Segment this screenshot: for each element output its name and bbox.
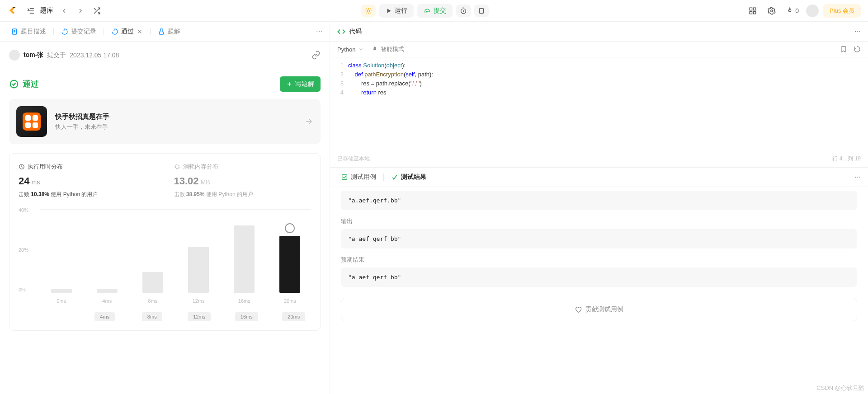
close-icon[interactable] [137, 28, 143, 35]
submit-button[interactable]: 提交 [417, 4, 453, 18]
author-avatar[interactable] [9, 50, 20, 61]
chip-16ms[interactable]: 16ms [235, 312, 258, 321]
tab-solutions[interactable]: 题解 [154, 25, 184, 38]
code-more-button[interactable]: ⋯ [854, 28, 861, 35]
streak-count: 0 [795, 7, 799, 14]
ytick-40: 40% [19, 207, 28, 213]
smart-mode[interactable]: 智能模式 [372, 45, 404, 53]
tab-testresults[interactable]: 测试结果 [387, 170, 430, 184]
test-more-button[interactable]: ⋯ [854, 174, 861, 181]
svg-rect-2 [479, 8, 483, 13]
language-select[interactable]: Python [337, 46, 363, 53]
tab-description[interactable]: 题目描述 [7, 25, 50, 38]
more-button[interactable]: ⋯ [316, 28, 322, 35]
author-name[interactable]: tom-张 [24, 51, 43, 59]
ytick-0: 0% [19, 287, 26, 292]
debug-button[interactable] [361, 5, 376, 17]
run-controls: 运行 提交 [361, 4, 489, 18]
chip-4ms[interactable]: 4ms [94, 312, 115, 321]
list-toggle-icon[interactable] [24, 4, 38, 18]
svg-rect-6 [754, 11, 756, 14]
streak-button[interactable]: 0 [783, 4, 802, 18]
promo-card[interactable]: 快手秋招真题在手 快人一手，未来在手 [9, 99, 321, 144]
leetcode-logo-icon[interactable] [7, 5, 18, 16]
you-marker [285, 223, 295, 233]
left-pane: 题目描述 提交记录 通过 题解 ⋯ tom-张 [0, 22, 330, 394]
code-body: class Solution(object): def pathEncrypti… [348, 57, 433, 152]
input-box[interactable]: "a.aef.qerf.bb" [341, 191, 857, 210]
runtime-stat[interactable]: 执行用时分布 24ms 击败 10.38% 使用 Python 的用户 [19, 163, 156, 198]
right-pane: 代码 ⋯ Python 智能模式 1234 class Solution(obj… [330, 22, 868, 394]
watermark: CSDN @心软且酷 [816, 384, 864, 392]
output-box[interactable]: "a aef qerf bb" [341, 229, 857, 249]
svg-rect-11 [175, 165, 179, 169]
ytick-20: 20% [19, 247, 28, 253]
layout-button[interactable] [745, 4, 760, 18]
bar-20ms[interactable] [279, 236, 300, 293]
contribute-testcase-button[interactable]: 贡献测试用例 [341, 298, 857, 321]
editor-status: 已存储至本地 行 4，列 19 [330, 152, 868, 167]
code-toolbar: Python 智能模式 [330, 42, 868, 57]
prev-problem-button[interactable] [57, 4, 71, 18]
chart-chips: 4ms8ms12ms16ms20ms [19, 307, 311, 321]
reset-button[interactable] [854, 46, 861, 53]
output-label: 输出 [341, 217, 857, 225]
submission-meta: tom-张 提交于 2023.12.05 17:08 [9, 42, 321, 69]
test-body: "a.aef.qerf.bb" 输出 "a aef qerf bb" 预期结果 … [330, 187, 868, 394]
settings-button[interactable] [764, 4, 779, 18]
line-gutter: 1234 [330, 57, 348, 152]
tab-accepted[interactable]: 通过 [108, 25, 146, 38]
svg-rect-3 [750, 8, 752, 10]
bar-12ms[interactable] [188, 247, 209, 293]
svg-rect-12 [342, 175, 347, 180]
run-button[interactable]: 运行 [379, 4, 414, 18]
run-label: 运行 [395, 7, 407, 15]
bar-8ms[interactable] [142, 272, 163, 293]
stats-card: 执行用时分布 24ms 击败 10.38% 使用 Python 的用户 消耗内存… [9, 153, 321, 331]
timer-button[interactable] [456, 5, 471, 17]
main: 题目描述 提交记录 通过 题解 ⋯ tom-张 [0, 22, 868, 394]
svg-point-7 [771, 9, 773, 12]
chip-20ms[interactable]: 20ms [282, 312, 305, 321]
topbar: 题库 运行 提交 0 Plus 会员 [0, 0, 868, 22]
tab-submissions[interactable]: 提交记录 [57, 25, 100, 38]
submitted-at-prefix: 提交于 [47, 51, 66, 59]
memory-stat[interactable]: 消耗内存分布 13.02MB 击败 38.95% 使用 Python 的用户 [174, 163, 311, 198]
bar-16ms[interactable] [234, 225, 255, 293]
runtime-chart: 40% 20% 0% 0ms4ms8ms12ms16ms20ms [19, 207, 311, 307]
code-title: 代码 [349, 28, 362, 36]
submit-label: 提交 [434, 7, 446, 15]
library-link[interactable]: 题库 [40, 6, 53, 15]
tab-testcases[interactable]: 测试用例 [337, 170, 380, 184]
chip-12ms[interactable]: 12ms [188, 312, 211, 321]
svg-rect-5 [750, 11, 752, 14]
left-tabs: 题目描述 提交记录 通过 题解 ⋯ [0, 22, 330, 42]
bar-4ms[interactable] [97, 289, 118, 293]
plus-chip[interactable]: Plus 会员 [823, 4, 861, 18]
chip-8ms[interactable]: 8ms [142, 312, 162, 321]
avatar[interactable] [806, 5, 819, 17]
promo-subtitle: 快人一手，未来在手 [55, 123, 109, 131]
topbar-right: 0 Plus 会员 [745, 4, 861, 18]
code-header: 代码 ⋯ [330, 22, 868, 42]
promo-title: 快手秋招真题在手 [55, 113, 109, 121]
svg-point-0 [367, 9, 369, 12]
notes-button[interactable] [474, 5, 489, 17]
promo-image [16, 106, 47, 137]
permalink-icon[interactable] [311, 51, 321, 60]
svg-rect-4 [754, 8, 756, 10]
submitted-at: 2023.12.05 17:08 [70, 52, 119, 59]
shuffle-button[interactable] [90, 4, 104, 18]
write-solution-button[interactable]: 写题解 [280, 76, 321, 92]
status-accepted: 通过 [9, 79, 39, 89]
arrow-right-icon [304, 117, 313, 126]
code-editor[interactable]: 1234 class Solution(object): def pathEnc… [330, 57, 868, 152]
expected-box[interactable]: "a aef qerf bb" [341, 267, 857, 287]
test-tabs: 测试用例 测试结果 ⋯ [330, 167, 868, 187]
bookmark-button[interactable] [840, 46, 847, 53]
expected-label: 预期结果 [341, 256, 857, 264]
next-problem-button[interactable] [73, 4, 88, 18]
bar-0ms[interactable] [51, 289, 72, 293]
